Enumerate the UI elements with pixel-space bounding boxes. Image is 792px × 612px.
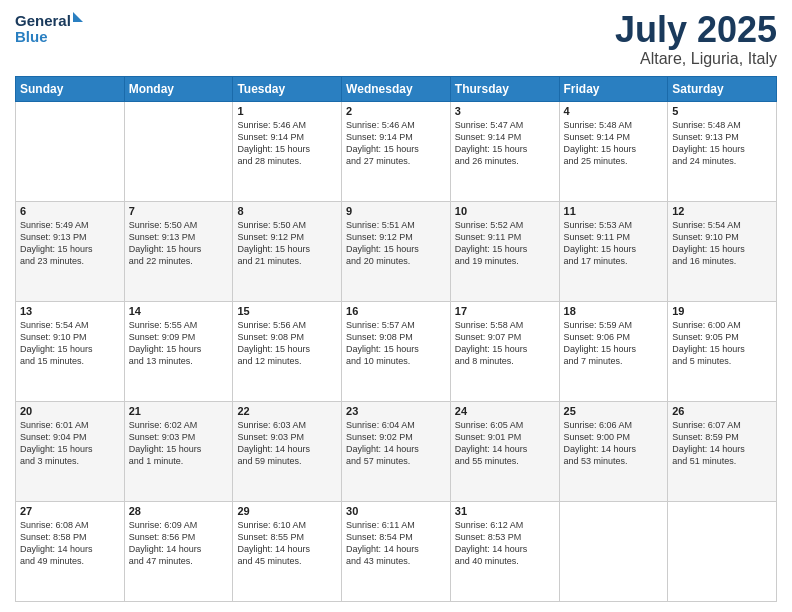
cell-content: Sunrise: 5:52 AM Sunset: 9:11 PM Dayligh… [455,219,555,268]
day-number: 21 [129,405,229,417]
calendar-cell: 24Sunrise: 6:05 AM Sunset: 9:01 PM Dayli… [450,401,559,501]
day-number: 17 [455,305,555,317]
cell-content: Sunrise: 6:00 AM Sunset: 9:05 PM Dayligh… [672,319,772,368]
day-number: 15 [237,305,337,317]
calendar-cell: 1Sunrise: 5:46 AM Sunset: 9:14 PM Daylig… [233,101,342,201]
cell-content: Sunrise: 5:54 AM Sunset: 9:10 PM Dayligh… [672,219,772,268]
calendar-cell: 10Sunrise: 5:52 AM Sunset: 9:11 PM Dayli… [450,201,559,301]
calendar-cell [16,101,125,201]
calendar-week-row: 20Sunrise: 6:01 AM Sunset: 9:04 PM Dayli… [16,401,777,501]
calendar-day-header: Saturday [668,76,777,101]
cell-content: Sunrise: 5:48 AM Sunset: 9:14 PM Dayligh… [564,119,664,168]
calendar-cell: 2Sunrise: 5:46 AM Sunset: 9:14 PM Daylig… [342,101,451,201]
cell-content: Sunrise: 6:02 AM Sunset: 9:03 PM Dayligh… [129,419,229,468]
calendar-cell: 12Sunrise: 5:54 AM Sunset: 9:10 PM Dayli… [668,201,777,301]
cell-content: Sunrise: 5:47 AM Sunset: 9:14 PM Dayligh… [455,119,555,168]
cell-content: Sunrise: 5:50 AM Sunset: 9:13 PM Dayligh… [129,219,229,268]
day-number: 16 [346,305,446,317]
title-block: July 2025 Altare, Liguria, Italy [615,10,777,68]
calendar-header-row: SundayMondayTuesdayWednesdayThursdayFrid… [16,76,777,101]
cell-content: Sunrise: 6:10 AM Sunset: 8:55 PM Dayligh… [237,519,337,568]
calendar-day-header: Monday [124,76,233,101]
calendar-cell: 14Sunrise: 5:55 AM Sunset: 9:09 PM Dayli… [124,301,233,401]
cell-content: Sunrise: 6:11 AM Sunset: 8:54 PM Dayligh… [346,519,446,568]
calendar-cell: 8Sunrise: 5:50 AM Sunset: 9:12 PM Daylig… [233,201,342,301]
calendar-week-row: 27Sunrise: 6:08 AM Sunset: 8:58 PM Dayli… [16,501,777,601]
calendar-cell: 19Sunrise: 6:00 AM Sunset: 9:05 PM Dayli… [668,301,777,401]
day-number: 30 [346,505,446,517]
calendar-day-header: Wednesday [342,76,451,101]
day-number: 8 [237,205,337,217]
cell-content: Sunrise: 6:12 AM Sunset: 8:53 PM Dayligh… [455,519,555,568]
calendar-cell: 26Sunrise: 6:07 AM Sunset: 8:59 PM Dayli… [668,401,777,501]
day-number: 24 [455,405,555,417]
cell-content: Sunrise: 5:46 AM Sunset: 9:14 PM Dayligh… [346,119,446,168]
calendar-cell: 16Sunrise: 5:57 AM Sunset: 9:08 PM Dayli… [342,301,451,401]
cell-content: Sunrise: 5:53 AM Sunset: 9:11 PM Dayligh… [564,219,664,268]
day-number: 31 [455,505,555,517]
cell-content: Sunrise: 6:01 AM Sunset: 9:04 PM Dayligh… [20,419,120,468]
day-number: 22 [237,405,337,417]
cell-content: Sunrise: 5:46 AM Sunset: 9:14 PM Dayligh… [237,119,337,168]
calendar-cell: 5Sunrise: 5:48 AM Sunset: 9:13 PM Daylig… [668,101,777,201]
calendar-cell: 11Sunrise: 5:53 AM Sunset: 9:11 PM Dayli… [559,201,668,301]
calendar-cell: 13Sunrise: 5:54 AM Sunset: 9:10 PM Dayli… [16,301,125,401]
calendar-week-row: 1Sunrise: 5:46 AM Sunset: 9:14 PM Daylig… [16,101,777,201]
day-number: 9 [346,205,446,217]
calendar-day-header: Friday [559,76,668,101]
calendar-cell: 18Sunrise: 5:59 AM Sunset: 9:06 PM Dayli… [559,301,668,401]
day-number: 26 [672,405,772,417]
calendar-cell: 30Sunrise: 6:11 AM Sunset: 8:54 PM Dayli… [342,501,451,601]
day-number: 25 [564,405,664,417]
day-number: 28 [129,505,229,517]
calendar-cell: 23Sunrise: 6:04 AM Sunset: 9:02 PM Dayli… [342,401,451,501]
calendar-cell: 21Sunrise: 6:02 AM Sunset: 9:03 PM Dayli… [124,401,233,501]
calendar-day-header: Tuesday [233,76,342,101]
calendar-cell: 27Sunrise: 6:08 AM Sunset: 8:58 PM Dayli… [16,501,125,601]
calendar-week-row: 6Sunrise: 5:49 AM Sunset: 9:13 PM Daylig… [16,201,777,301]
cell-content: Sunrise: 5:57 AM Sunset: 9:08 PM Dayligh… [346,319,446,368]
calendar-cell: 17Sunrise: 5:58 AM Sunset: 9:07 PM Dayli… [450,301,559,401]
day-number: 20 [20,405,120,417]
day-number: 3 [455,105,555,117]
cell-content: Sunrise: 5:58 AM Sunset: 9:07 PM Dayligh… [455,319,555,368]
calendar-cell: 22Sunrise: 6:03 AM Sunset: 9:03 PM Dayli… [233,401,342,501]
cell-content: Sunrise: 5:54 AM Sunset: 9:10 PM Dayligh… [20,319,120,368]
cell-content: Sunrise: 6:04 AM Sunset: 9:02 PM Dayligh… [346,419,446,468]
calendar-week-row: 13Sunrise: 5:54 AM Sunset: 9:10 PM Dayli… [16,301,777,401]
logo-svg: GeneralBlue [15,10,85,45]
calendar-cell [559,501,668,601]
calendar-day-header: Thursday [450,76,559,101]
day-number: 10 [455,205,555,217]
day-number: 7 [129,205,229,217]
day-number: 5 [672,105,772,117]
day-number: 19 [672,305,772,317]
cell-content: Sunrise: 5:48 AM Sunset: 9:13 PM Dayligh… [672,119,772,168]
calendar-cell: 6Sunrise: 5:49 AM Sunset: 9:13 PM Daylig… [16,201,125,301]
calendar-cell [124,101,233,201]
day-number: 18 [564,305,664,317]
cell-content: Sunrise: 5:56 AM Sunset: 9:08 PM Dayligh… [237,319,337,368]
day-number: 12 [672,205,772,217]
calendar-cell: 20Sunrise: 6:01 AM Sunset: 9:04 PM Dayli… [16,401,125,501]
calendar-cell: 31Sunrise: 6:12 AM Sunset: 8:53 PM Dayli… [450,501,559,601]
calendar-cell: 9Sunrise: 5:51 AM Sunset: 9:12 PM Daylig… [342,201,451,301]
svg-text:Blue: Blue [15,28,48,45]
calendar-cell: 3Sunrise: 5:47 AM Sunset: 9:14 PM Daylig… [450,101,559,201]
day-number: 13 [20,305,120,317]
day-number: 6 [20,205,120,217]
logo: GeneralBlue [15,10,85,45]
day-number: 2 [346,105,446,117]
day-number: 14 [129,305,229,317]
cell-content: Sunrise: 5:51 AM Sunset: 9:12 PM Dayligh… [346,219,446,268]
day-number: 4 [564,105,664,117]
day-number: 11 [564,205,664,217]
calendar-cell: 7Sunrise: 5:50 AM Sunset: 9:13 PM Daylig… [124,201,233,301]
page: GeneralBlue July 2025 Altare, Liguria, I… [0,0,792,612]
cell-content: Sunrise: 5:55 AM Sunset: 9:09 PM Dayligh… [129,319,229,368]
day-number: 23 [346,405,446,417]
cell-content: Sunrise: 6:05 AM Sunset: 9:01 PM Dayligh… [455,419,555,468]
calendar-table: SundayMondayTuesdayWednesdayThursdayFrid… [15,76,777,602]
cell-content: Sunrise: 6:03 AM Sunset: 9:03 PM Dayligh… [237,419,337,468]
header: GeneralBlue July 2025 Altare, Liguria, I… [15,10,777,68]
